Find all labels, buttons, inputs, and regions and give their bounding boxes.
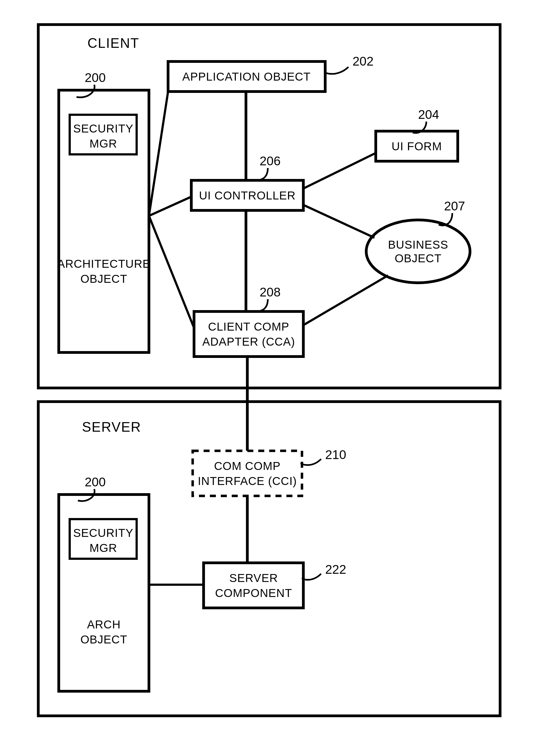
svg-line-5 <box>303 153 376 189</box>
client-section-label: CLIENT <box>87 36 139 51</box>
com-comp-interface <box>193 451 302 496</box>
security-label-client-1: SECURITY <box>73 122 133 135</box>
arch-server-label-2: OBJECT <box>80 633 127 646</box>
cca-label-1: CLIENT COMP <box>208 320 289 333</box>
arch-client-label-1: ARCHITECTURE <box>57 257 150 270</box>
cci-ref: 210 <box>325 447 346 462</box>
arch-server-ref: 200 <box>85 475 106 489</box>
ui-form-label: UI FORM <box>392 140 442 153</box>
ui-controller-label: UI CONTROLLER <box>199 189 296 202</box>
security-label-server-1: SECURITY <box>73 527 133 539</box>
cci-label-1: COM COMP <box>214 459 281 472</box>
svg-line-1 <box>149 197 191 216</box>
application-object-label: APPLICATION OBJECT <box>182 70 311 83</box>
architecture-diagram: CLIENT 200 SECURITY MGR ARCHITECTURE OBJ… <box>0 0 540 756</box>
arch-client-ref: 200 <box>85 70 106 85</box>
svg-line-6 <box>303 205 374 238</box>
business-object-label-2: OBJECT <box>395 252 442 265</box>
arch-server-label-1: ARCH <box>87 618 120 631</box>
svg-line-7 <box>303 275 388 325</box>
svg-line-2 <box>149 216 194 328</box>
security-label-client-2: MGR <box>90 137 117 150</box>
server-component <box>203 563 303 608</box>
security-label-server-2: MGR <box>90 542 117 554</box>
business-object-ref: 207 <box>444 199 465 213</box>
server-component-ref: 222 <box>325 562 346 576</box>
business-object <box>366 220 470 283</box>
server-section-label: SERVER <box>82 420 141 435</box>
client-comp-adapter <box>194 312 303 356</box>
ui-controller-ref: 206 <box>260 154 281 168</box>
cca-ref: 208 <box>260 285 281 299</box>
cca-label-2: ADAPTER (CCA) <box>202 335 295 348</box>
server-component-label-2: COMPONENT <box>215 586 292 599</box>
cci-label-2: INTERFACE (CCI) <box>198 475 297 487</box>
svg-line-0 <box>149 91 168 216</box>
server-component-label-1: SERVER <box>229 571 278 584</box>
business-object-label-1: BUSINESS <box>388 238 448 251</box>
ui-form-ref: 204 <box>418 107 439 122</box>
application-object-ref: 202 <box>352 54 373 68</box>
arch-client-label-2: OBJECT <box>80 272 127 285</box>
arch-object-server <box>59 495 149 691</box>
